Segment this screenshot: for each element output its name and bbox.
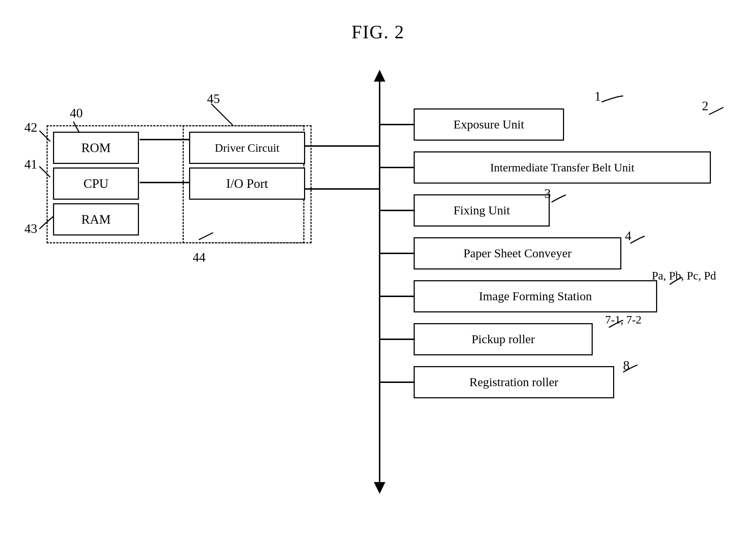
label-2: 2: [702, 98, 708, 113]
label-pa: Pa, Pb, Pc, Pd: [652, 269, 716, 282]
svg-marker-1: [374, 482, 385, 494]
diagram: FIG. 2: [0, 0, 756, 559]
label-40: 40: [70, 106, 83, 121]
label-4: 4: [625, 228, 631, 243]
label-44: 44: [193, 250, 206, 265]
fig-title: FIG. 2: [352, 21, 405, 43]
paper-sheet-box: Paper Sheet Conveyer: [414, 237, 621, 269]
image-forming-box: Image Forming Station: [414, 280, 657, 312]
rom-box: ROM: [53, 132, 139, 164]
registration-roller-box: Registration roller: [414, 366, 614, 398]
ram-box: RAM: [53, 203, 139, 235]
cpu-box: CPU: [53, 167, 139, 200]
label-43: 43: [24, 221, 37, 236]
driver-circuit-box: Driver Circuit: [189, 132, 305, 164]
label-8: 8: [623, 358, 630, 373]
exposure-unit-box: Exposure Unit: [414, 108, 564, 141]
svg-marker-0: [374, 70, 385, 82]
diagram-overlay: [0, 0, 756, 559]
pickup-roller-box: Pickup roller: [414, 323, 593, 355]
label-45: 45: [207, 91, 220, 106]
io-port-box: I/O Port: [189, 167, 305, 200]
intermediate-transfer-box: Intermediate Transfer Belt Unit: [414, 151, 711, 184]
fixing-unit-box: Fixing Unit: [414, 194, 550, 227]
label-42: 42: [24, 120, 37, 135]
label-3: 3: [544, 186, 551, 201]
label-1: 1: [594, 89, 601, 104]
label-41: 41: [24, 157, 37, 172]
label-7: 7-1, 7-2: [605, 313, 641, 326]
